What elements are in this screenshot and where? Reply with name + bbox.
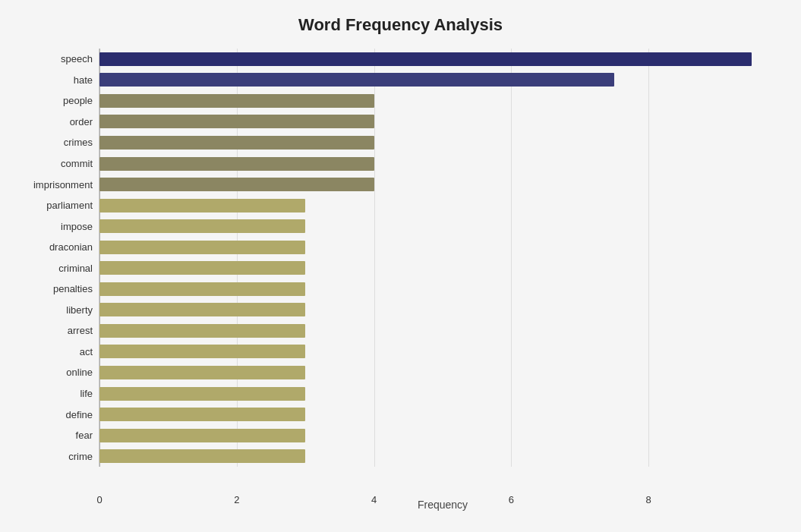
- y-label-criminal: criminal: [58, 263, 93, 273]
- y-label-impose: impose: [61, 222, 93, 231]
- bar-speech: [99, 52, 752, 66]
- y-label-order: order: [70, 117, 93, 127]
- bar-parliament: [99, 199, 305, 212]
- bar-life: [99, 387, 305, 401]
- bars-grid: 02468 Frequency: [99, 49, 786, 467]
- bar-impose: [99, 219, 305, 233]
- bar-row-parliament: [99, 198, 786, 213]
- y-label-fear: fear: [76, 430, 93, 440]
- bar-hate: [99, 73, 614, 87]
- chart-area: speechhatepeopleordercrimescommitimpriso…: [15, 49, 786, 467]
- y-label-commit: commit: [61, 159, 93, 168]
- y-label-online: online: [66, 367, 93, 377]
- bar-row-impose: [99, 219, 786, 234]
- bar-row-penalties: [99, 282, 786, 297]
- y-label-crimes: crimes: [64, 137, 93, 147]
- chart-title: Word Frequency Analysis: [15, 15, 786, 35]
- bar-row-commit: [99, 156, 786, 172]
- bar-online: [99, 366, 305, 379]
- bar-define: [99, 408, 305, 421]
- bar-criminal: [99, 261, 305, 275]
- y-label-crime: crime: [68, 452, 93, 461]
- bar-order: [99, 115, 374, 128]
- bar-crime: [99, 449, 305, 463]
- y-label-imprisonment: imprisonment: [33, 180, 93, 190]
- bar-fear: [99, 429, 305, 442]
- bar-row-order: [99, 114, 786, 129]
- bar-row-life: [99, 386, 786, 401]
- y-labels: speechhatepeopleordercrimescommitimpriso…: [15, 49, 99, 467]
- bar-row-speech: [99, 52, 786, 67]
- bar-liberty: [99, 303, 305, 316]
- bar-crimes: [99, 136, 374, 150]
- bar-row-draconian: [99, 240, 786, 255]
- x-axis-label: Frequency: [99, 499, 786, 511]
- bar-row-online: [99, 365, 786, 380]
- bar-penalties: [99, 282, 305, 296]
- y-label-speech: speech: [61, 54, 93, 64]
- y-label-life: life: [80, 389, 93, 398]
- bar-row-fear: [99, 428, 786, 443]
- y-label-parliament: parliament: [46, 200, 93, 210]
- bar-act: [99, 345, 305, 358]
- bar-row-hate: [99, 72, 786, 87]
- bar-row-people: [99, 93, 786, 109]
- bar-row-crime: [99, 449, 786, 464]
- bar-commit: [99, 157, 374, 171]
- bar-row-define: [99, 407, 786, 422]
- y-label-penalties: penalties: [53, 284, 93, 294]
- bar-row-crimes: [99, 135, 786, 150]
- y-label-define: define: [66, 410, 93, 420]
- chart-container: Word Frequency Analysis speechhatepeople…: [0, 0, 801, 532]
- y-label-act: act: [80, 347, 93, 357]
- bar-row-criminal: [99, 260, 786, 275]
- bar-row-imprisonment: [99, 177, 786, 192]
- bar-row-act: [99, 344, 786, 359]
- y-label-people: people: [63, 96, 93, 105]
- bar-draconian: [99, 241, 305, 254]
- y-label-hate: hate: [74, 75, 93, 85]
- y-label-liberty: liberty: [66, 305, 93, 315]
- bar-people: [99, 94, 374, 108]
- bar-arrest: [99, 324, 305, 338]
- bar-imprisonment: [99, 178, 374, 191]
- bar-row-arrest: [99, 323, 786, 338]
- y-label-draconian: draconian: [49, 242, 93, 252]
- y-label-arrest: arrest: [68, 326, 93, 335]
- bar-row-liberty: [99, 302, 786, 317]
